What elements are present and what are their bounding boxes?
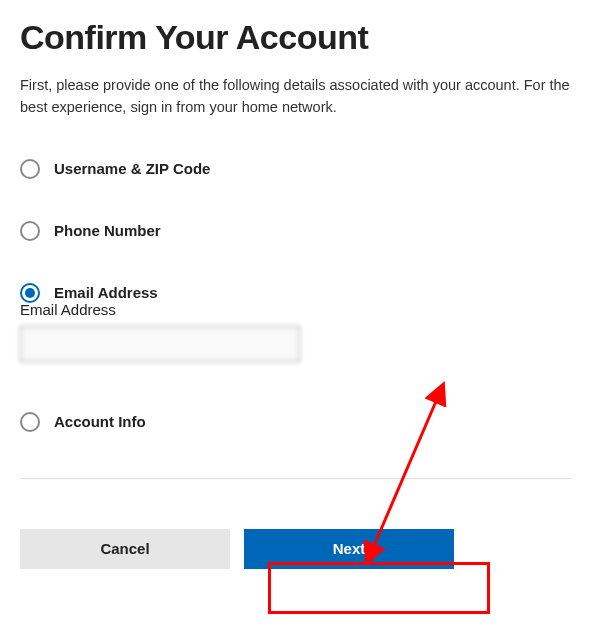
option-label: Account Info <box>54 413 146 430</box>
page-subtitle: First, please provide one of the followi… <box>20 75 572 119</box>
email-field[interactable] <box>20 326 300 362</box>
page-title: Confirm Your Account <box>20 18 572 57</box>
option-label: Username & ZIP Code <box>54 160 210 177</box>
option-label: Phone Number <box>54 222 161 239</box>
email-field-label: Email Address <box>20 301 572 318</box>
divider <box>20 478 572 479</box>
option-label: Email Address <box>54 284 158 301</box>
radio-icon <box>20 412 40 432</box>
radio-icon <box>20 159 40 179</box>
next-button[interactable]: Next <box>244 529 454 569</box>
radio-icon-selected <box>20 283 40 303</box>
verification-options: Username & ZIP Code Phone Number Email A… <box>20 159 572 462</box>
option-username-zip[interactable]: Username & ZIP Code <box>20 159 572 179</box>
button-row: Cancel Next <box>20 529 572 569</box>
option-email[interactable]: Email Address <box>20 283 572 303</box>
email-field-group: Email Address <box>20 301 572 362</box>
annotation-highlight <box>268 562 490 614</box>
radio-icon <box>20 221 40 241</box>
cancel-button[interactable]: Cancel <box>20 529 230 569</box>
option-phone[interactable]: Phone Number <box>20 221 572 241</box>
option-account-info[interactable]: Account Info <box>20 412 572 432</box>
